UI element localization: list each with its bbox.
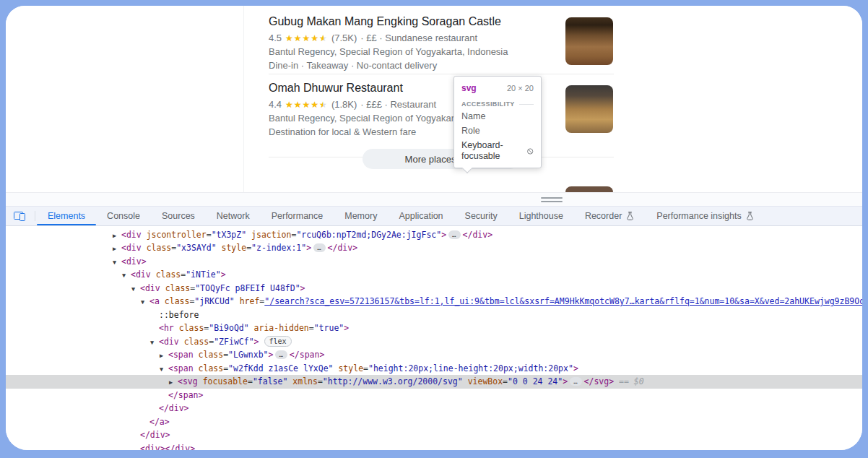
accessibility-section-title: ACCESSIBILITY [461, 100, 534, 108]
disclosure-triangle[interactable]: ▼ [141, 295, 149, 309]
drawer-resize-handle[interactable] [541, 197, 563, 204]
star-rating-icon: ★★★★★★★★★★ [285, 100, 328, 110]
device-toolbar-button[interactable] [6, 207, 33, 225]
price-and-category: · £££ · Restaurant [360, 99, 436, 111]
restaurant-title-link[interactable]: Gubug Makan Mang Engking Soragan Castle [269, 14, 557, 29]
tooltip-caret [462, 163, 472, 173]
code-line[interactable]: </div> [6, 428, 862, 442]
expand-inline-button[interactable]: … [275, 350, 287, 359]
expand-inline-button[interactable]: … [448, 230, 460, 239]
flex-badge[interactable]: flex [264, 336, 292, 347]
accessibility-name-row: Name [461, 111, 534, 122]
tabbar-divider [35, 211, 35, 221]
code-line[interactable]: ▼<span class="w2fKdd z1asCe lYxQe" style… [6, 362, 862, 376]
tab-application[interactable]: Application [388, 207, 453, 225]
inspected-dimensions: 20 × 20 [507, 84, 534, 92]
code-line[interactable]: </div> [6, 402, 862, 415]
code-line[interactable]: <hr class="Bi9oQd" aria-hidden="true"> [6, 321, 862, 335]
disclosure-triangle[interactable]: ▶ [113, 229, 121, 243]
elements-tree: ▶<div jscontroller="KmkiLe" jsdata="jhnG… [6, 226, 862, 450]
screenshot-root: { "page": { "listings": [ { "title": "Gu… [0, 0, 868, 458]
restaurant-listing: Gubug Makan Mang Engking Soragan Castle … [269, 14, 557, 72]
not-focusable-icon [526, 147, 534, 156]
experiment-flask-icon [745, 211, 755, 221]
tab-performance[interactable]: Performance [261, 207, 334, 225]
tab-lighthouse[interactable]: Lighthouse [508, 207, 574, 225]
restaurant-photo[interactable] [565, 186, 613, 192]
results-column-edge [243, 6, 244, 192]
accessibility-role-row: Role [461, 126, 534, 137]
browser-window: Gubug Makan Mang Engking Soragan Castle … [6, 6, 862, 450]
tab-recorder[interactable]: Recorder [574, 207, 646, 225]
restaurant-photo[interactable] [565, 85, 613, 133]
code-line[interactable]: ▼<div class="iNTie"> [6, 268, 862, 282]
code-line[interactable]: ▶<div jscontroller="tX3pZ" jsaction="rcu… [6, 228, 862, 242]
code-line[interactable]: </a> [6, 415, 862, 429]
code-line[interactable]: ::before [6, 308, 862, 322]
disclosure-triangle[interactable]: ▶ [160, 349, 168, 363]
code-line[interactable]: ▼<div class="ZFiwCf">flex [6, 335, 862, 349]
disclosure-triangle[interactable]: ▼ [122, 269, 131, 282]
code-line[interactable]: </span> [6, 389, 862, 402]
disclosure-triangle[interactable]: ▼ [160, 363, 168, 376]
tab-memory[interactable]: Memory [334, 207, 388, 225]
rating-value: 4.4 [269, 99, 282, 111]
star-rating-icon: ★★★★★★★★★★ [285, 33, 328, 43]
restaurant-address: Bantul Regency, Special Region of Yogyak… [269, 46, 557, 58]
code-line[interactable]: <div></div> [6, 442, 862, 451]
disclosure-triangle[interactable]: ▶ [113, 242, 121, 256]
restaurant-services: Dine-in · Takeaway · No-contact delivery [269, 60, 557, 72]
tab-sources[interactable]: Sources [151, 207, 206, 225]
tab-network[interactable]: Network [206, 207, 261, 225]
more-places-label: More places [405, 154, 456, 165]
listing-divider [269, 74, 614, 74]
rating-row: 4.5 ★★★★★★★★★★ (7.5K) · ££ · Sundanese r… [269, 33, 557, 44]
inspected-tag-name: svg [461, 83, 477, 93]
code-line-selected[interactable]: ▶<svg focusable="false" xmlns="http://ww… [6, 375, 862, 389]
disclosure-triangle[interactable]: ▼ [113, 256, 121, 269]
code-line[interactable]: ▶<span class="LGwnxb">…</span> [6, 348, 862, 362]
disclosure-triangle[interactable]: ▼ [150, 336, 159, 350]
disclosure-triangle[interactable]: ▶ [169, 376, 178, 389]
disclosure-triangle[interactable]: ▼ [131, 282, 140, 296]
devtools-resize-strip [6, 192, 862, 206]
rating-value: 4.5 [269, 33, 282, 44]
code-line[interactable]: ▼<a class="jRKCUd" href="/search?sca_esv… [6, 295, 862, 308]
devtools-tabbar: ElementsConsoleSourcesNetworkPerformance… [6, 206, 862, 226]
search-results-page: Gubug Makan Mang Engking Soragan Castle … [6, 6, 862, 192]
device-toolbar-icon [14, 212, 25, 221]
code-line[interactable]: ▼<div class="TOQyFc p8FEIf U48fD"> [6, 282, 862, 295]
price-and-category: · ££ · Sundanese restaurant [360, 33, 477, 44]
href-link[interactable]: "/search?sca_esv=572136157&tbs=lf:1,lf_u… [264, 296, 862, 306]
code-line[interactable]: ▼<div> [6, 255, 862, 269]
tab-console[interactable]: Console [96, 207, 151, 225]
restaurant-photo[interactable] [565, 17, 613, 65]
tab-security[interactable]: Security [454, 207, 508, 225]
code-line[interactable]: ▶<div class="x3SAYd" style="z-index:1">…… [6, 241, 862, 255]
review-count: (7.5K) [331, 33, 357, 44]
inspect-tooltip-header: svg 20 × 20 [461, 83, 534, 93]
inspect-tooltip: svg 20 × 20 ACCESSIBILITY Name Role Keyb… [453, 76, 542, 168]
accessibility-keyboard-row: Keyboard-focusable [461, 140, 534, 162]
experiment-flask-icon [625, 211, 635, 221]
review-count: (1.8K) [331, 99, 357, 111]
tab-performance-insights[interactable]: Performance insights [646, 207, 765, 225]
expand-inline-button[interactable]: … [570, 377, 581, 386]
tab-elements[interactable]: Elements [37, 207, 96, 225]
expand-inline-button[interactable]: … [313, 243, 325, 252]
